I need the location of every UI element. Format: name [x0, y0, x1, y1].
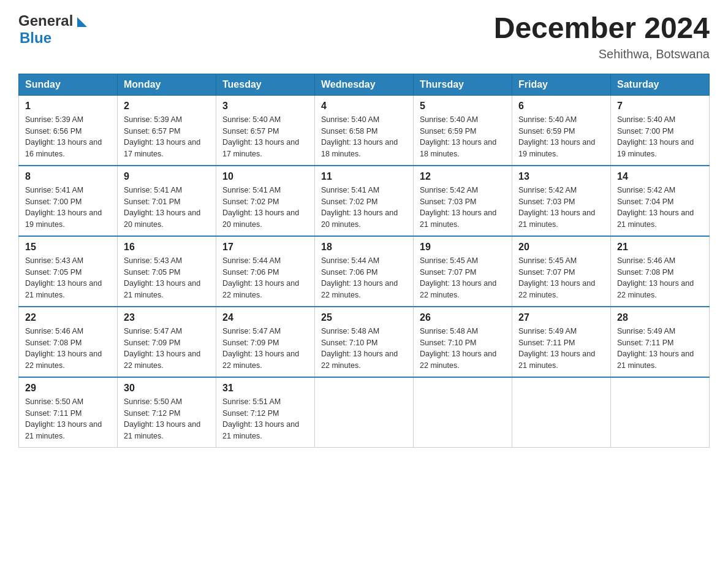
day-number: 26 [420, 312, 506, 323]
weekday-header-monday: Monday [118, 74, 216, 95]
day-number: 9 [124, 171, 210, 182]
calendar-cell: 28Sunrise: 5:49 AMSunset: 7:11 PMDayligh… [611, 307, 710, 377]
calendar-cell: 26Sunrise: 5:48 AMSunset: 7:10 PMDayligh… [414, 307, 512, 377]
day-number: 6 [518, 101, 604, 112]
day-number: 3 [222, 101, 308, 112]
weekday-header-sunday: Sunday [19, 74, 118, 95]
day-number: 16 [124, 242, 210, 253]
calendar-cell: 16Sunrise: 5:43 AMSunset: 7:05 PMDayligh… [118, 236, 216, 307]
day-info: Sunrise: 5:46 AMSunset: 7:08 PMDaylight:… [25, 326, 111, 372]
day-info: Sunrise: 5:47 AMSunset: 7:09 PMDaylight:… [124, 326, 210, 372]
month-title: December 2024 [494, 12, 710, 45]
day-number: 8 [25, 171, 111, 182]
day-number: 21 [617, 242, 703, 253]
logo-blue-text: Blue [20, 29, 51, 46]
calendar-cell: 15Sunrise: 5:43 AMSunset: 7:05 PMDayligh… [19, 236, 118, 307]
calendar-cell: 19Sunrise: 5:45 AMSunset: 7:07 PMDayligh… [414, 236, 512, 307]
day-number: 19 [420, 242, 506, 253]
calendar-cell: 10Sunrise: 5:41 AMSunset: 7:02 PMDayligh… [216, 166, 315, 236]
weekday-header-thursday: Thursday [414, 74, 512, 95]
weekday-header-wednesday: Wednesday [315, 74, 414, 95]
calendar-cell: 8Sunrise: 5:41 AMSunset: 7:00 PMDaylight… [19, 166, 118, 236]
calendar-cell: 9Sunrise: 5:41 AMSunset: 7:01 PMDaylight… [118, 166, 216, 236]
day-number: 2 [124, 101, 210, 112]
day-number: 14 [617, 171, 703, 182]
calendar-cell: 6Sunrise: 5:40 AMSunset: 6:59 PMDaylight… [512, 95, 611, 166]
calendar-cell: 23Sunrise: 5:47 AMSunset: 7:09 PMDayligh… [118, 307, 216, 377]
day-info: Sunrise: 5:47 AMSunset: 7:09 PMDaylight:… [222, 326, 308, 372]
day-info: Sunrise: 5:44 AMSunset: 7:06 PMDaylight:… [222, 255, 308, 301]
calendar-cell: 1Sunrise: 5:39 AMSunset: 6:56 PMDaylight… [19, 95, 118, 166]
day-info: Sunrise: 5:49 AMSunset: 7:11 PMDaylight:… [617, 326, 703, 372]
day-info: Sunrise: 5:48 AMSunset: 7:10 PMDaylight:… [420, 326, 506, 372]
calendar-cell [611, 377, 710, 448]
day-info: Sunrise: 5:40 AMSunset: 6:59 PMDaylight:… [420, 114, 506, 160]
day-info: Sunrise: 5:45 AMSunset: 7:07 PMDaylight:… [518, 255, 604, 301]
day-info: Sunrise: 5:40 AMSunset: 6:57 PMDaylight:… [222, 114, 308, 160]
calendar-cell [512, 377, 611, 448]
location-subtitle: Sehithwa, Botswana [494, 47, 710, 61]
day-info: Sunrise: 5:42 AMSunset: 7:03 PMDaylight:… [518, 185, 604, 231]
calendar-cell: 31Sunrise: 5:51 AMSunset: 7:12 PMDayligh… [216, 377, 315, 448]
calendar-cell: 12Sunrise: 5:42 AMSunset: 7:03 PMDayligh… [414, 166, 512, 236]
day-info: Sunrise: 5:40 AMSunset: 7:00 PMDaylight:… [617, 114, 703, 160]
page-header: General Blue December 2024 Sehithwa, Bot… [18, 12, 710, 61]
day-info: Sunrise: 5:40 AMSunset: 6:59 PMDaylight:… [518, 114, 604, 160]
day-info: Sunrise: 5:44 AMSunset: 7:06 PMDaylight:… [321, 255, 407, 301]
calendar-week-row: 29Sunrise: 5:50 AMSunset: 7:11 PMDayligh… [19, 377, 710, 448]
logo: General Blue [18, 12, 87, 47]
day-number: 15 [25, 242, 111, 253]
day-number: 17 [222, 242, 308, 253]
calendar-header-row: SundayMondayTuesdayWednesdayThursdayFrid… [19, 74, 710, 95]
day-number: 13 [518, 171, 604, 182]
calendar-cell: 24Sunrise: 5:47 AMSunset: 7:09 PMDayligh… [216, 307, 315, 377]
day-number: 4 [321, 101, 407, 112]
calendar-cell [414, 377, 512, 448]
day-info: Sunrise: 5:40 AMSunset: 6:58 PMDaylight:… [321, 114, 407, 160]
calendar-cell: 2Sunrise: 5:39 AMSunset: 6:57 PMDaylight… [118, 95, 216, 166]
calendar-cell: 13Sunrise: 5:42 AMSunset: 7:03 PMDayligh… [512, 166, 611, 236]
day-number: 12 [420, 171, 506, 182]
calendar-cell: 11Sunrise: 5:41 AMSunset: 7:02 PMDayligh… [315, 166, 414, 236]
calendar-week-row: 1Sunrise: 5:39 AMSunset: 6:56 PMDaylight… [19, 95, 710, 166]
day-number: 25 [321, 312, 407, 323]
day-number: 28 [617, 312, 703, 323]
weekday-header-tuesday: Tuesday [216, 74, 315, 95]
day-number: 10 [222, 171, 308, 182]
calendar-cell: 5Sunrise: 5:40 AMSunset: 6:59 PMDaylight… [414, 95, 512, 166]
day-info: Sunrise: 5:43 AMSunset: 7:05 PMDaylight:… [124, 255, 210, 301]
calendar-cell: 20Sunrise: 5:45 AMSunset: 7:07 PMDayligh… [512, 236, 611, 307]
day-number: 11 [321, 171, 407, 182]
day-info: Sunrise: 5:50 AMSunset: 7:12 PMDaylight:… [124, 396, 210, 442]
weekday-header-saturday: Saturday [611, 74, 710, 95]
calendar-cell: 29Sunrise: 5:50 AMSunset: 7:11 PMDayligh… [19, 377, 118, 448]
day-info: Sunrise: 5:45 AMSunset: 7:07 PMDaylight:… [420, 255, 506, 301]
day-info: Sunrise: 5:46 AMSunset: 7:08 PMDaylight:… [617, 255, 703, 301]
day-number: 20 [518, 242, 604, 253]
calendar-cell: 21Sunrise: 5:46 AMSunset: 7:08 PMDayligh… [611, 236, 710, 307]
calendar-cell: 25Sunrise: 5:48 AMSunset: 7:10 PMDayligh… [315, 307, 414, 377]
calendar-cell [315, 377, 414, 448]
day-number: 30 [124, 383, 210, 394]
day-info: Sunrise: 5:39 AMSunset: 6:56 PMDaylight:… [25, 114, 111, 160]
day-info: Sunrise: 5:43 AMSunset: 7:05 PMDaylight:… [25, 255, 111, 301]
calendar-table: SundayMondayTuesdayWednesdayThursdayFrid… [18, 74, 710, 448]
day-number: 1 [25, 101, 111, 112]
day-info: Sunrise: 5:42 AMSunset: 7:03 PMDaylight:… [420, 185, 506, 231]
logo-triangle-icon [77, 17, 87, 27]
title-area: December 2024 Sehithwa, Botswana [494, 12, 710, 61]
calendar-cell: 4Sunrise: 5:40 AMSunset: 6:58 PMDaylight… [315, 95, 414, 166]
day-info: Sunrise: 5:41 AMSunset: 7:00 PMDaylight:… [25, 185, 111, 231]
day-number: 27 [518, 312, 604, 323]
day-info: Sunrise: 5:50 AMSunset: 7:11 PMDaylight:… [25, 396, 111, 442]
day-number: 29 [25, 383, 111, 394]
day-info: Sunrise: 5:41 AMSunset: 7:02 PMDaylight:… [321, 185, 407, 231]
day-number: 18 [321, 242, 407, 253]
day-number: 7 [617, 101, 703, 112]
logo-icon: General Blue [18, 12, 87, 47]
day-number: 31 [222, 383, 308, 394]
calendar-cell: 22Sunrise: 5:46 AMSunset: 7:08 PMDayligh… [19, 307, 118, 377]
calendar-cell: 27Sunrise: 5:49 AMSunset: 7:11 PMDayligh… [512, 307, 611, 377]
day-info: Sunrise: 5:41 AMSunset: 7:02 PMDaylight:… [222, 185, 308, 231]
calendar-cell: 17Sunrise: 5:44 AMSunset: 7:06 PMDayligh… [216, 236, 315, 307]
